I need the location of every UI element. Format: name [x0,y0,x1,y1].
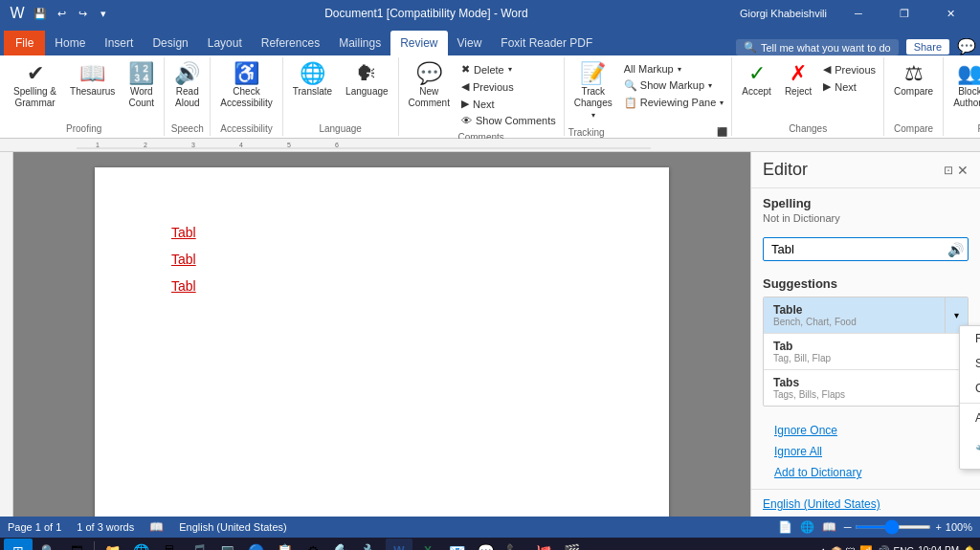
ctx-read-aloud[interactable]: Read Aloud [960,326,980,351]
editor-expand-icon[interactable]: ⊡ [944,164,953,177]
reviewing-pane-button[interactable]: 📋 Reviewing Pane▾ [620,95,728,111]
spelling-grammar-button[interactable]: ✔ Spelling &Grammar [8,59,62,113]
status-page[interactable]: Page 1 of 1 [8,521,61,533]
taskbar-media2[interactable]: 🎬 [558,539,585,550]
undo-qa-btn[interactable]: ↩ [52,4,71,23]
taskbar-calculator[interactable]: 🖩 [156,539,183,550]
restore-button[interactable]: ❐ [882,0,926,27]
spell-input[interactable] [771,242,941,256]
status-language[interactable]: English (United States) [179,521,287,533]
tab-home[interactable]: Home [45,31,95,55]
ctx-autocorrect-options[interactable]: 🔧 AutoCorrect Options... [960,430,980,469]
show-comments-button[interactable]: 👁 Show Comments [457,113,560,128]
taskbar-extra2[interactable]: 🔧 [357,539,384,550]
all-markup-button[interactable]: All Markup▾ [620,61,728,77]
ctx-change-all[interactable]: Change All [960,376,980,401]
suggestion-item-2[interactable]: Tabs Tags, Bills, Flaps [764,370,968,406]
speech-items: 🔊 ReadAloud [168,59,206,120]
zoom-percentage[interactable]: 100% [946,521,972,533]
status-words[interactable]: 1 of 3 words [77,521,134,533]
taskbar-extra1[interactable]: 🔩 [328,539,355,550]
lang-indicator[interactable]: ENG [894,546,915,551]
taskbar-explorer[interactable]: 📁 [99,539,125,550]
document-canvas[interactable]: Tabl Tabl Tabl [13,152,750,517]
taskbar-chrome[interactable]: 🔵 [242,539,269,550]
read-aloud-button[interactable]: 🔊 ReadAloud [168,59,206,113]
system-tray-up[interactable]: ∧ [820,546,827,550]
taskbar-settings[interactable]: ⚙ [300,539,326,550]
taskbar-outlook[interactable]: 📧 [443,539,470,550]
editor-close-icon[interactable]: ✕ [957,163,969,178]
previous-comment-button[interactable]: ◀ Previous [457,78,560,95]
reject-button[interactable]: ✗ Reject [779,59,817,101]
task-view-button[interactable]: 🗔 [63,539,90,550]
notification-btn[interactable]: 🔔 [963,545,976,551]
zoom-in-icon[interactable]: + [935,521,941,533]
ctx-spell-out[interactable]: Spell Out [960,351,980,376]
tab-mailings[interactable]: Mailings [329,31,390,55]
taskbar-git[interactable]: 🐙 [529,539,556,550]
new-comment-button[interactable]: 💬 NewComment [403,59,456,113]
accept-button[interactable]: ✓ Accept [736,59,777,101]
ctx-add-autocorrect[interactable]: Add to AutoCorrect [960,406,980,430]
tab-foxit[interactable]: Foxit Reader PDF [491,31,602,55]
cortana-button[interactable]: 🔍 [34,539,61,550]
view-web-icon[interactable]: 🌐 [800,520,814,534]
show-markup-button[interactable]: 🔍 Show Markup▾ [620,77,728,94]
delete-comment-button[interactable]: ✖ Delete▾ [457,61,560,77]
tab-view[interactable]: View [448,31,492,55]
ribbon-search[interactable]: 🔍 Tell me what you want to do [736,39,899,55]
minimize-button[interactable]: ─ [836,0,880,27]
share-button[interactable]: Share [906,39,949,55]
taskbar-excel[interactable]: X [414,539,441,550]
taskbar-computer[interactable]: 💻 [213,539,240,550]
audio-icon[interactable]: 🔊 [947,242,964,257]
taskbar-edge[interactable]: 🌐 [127,539,154,550]
zoom-control[interactable]: ─ + 100% [844,521,972,533]
previous-change-button[interactable]: ◀ Previous [819,61,880,77]
ignore-all-button[interactable]: Ignore All [763,441,834,462]
translate-button[interactable]: 🌐 Translate [287,59,338,101]
block-authors-button[interactable]: 👥 BlockAuthors [947,59,980,113]
taskbar-word[interactable]: W [386,539,412,550]
dropbox-icon[interactable]: 📦 [831,546,842,551]
ignore-once-button[interactable]: Ignore Once [763,420,849,441]
clock[interactable]: 10:04 PM [918,545,959,550]
tab-layout[interactable]: Layout [198,31,252,55]
check-accessibility-button[interactable]: ♿ CheckAccessibility [214,59,278,113]
track-changes-button[interactable]: 📝 TrackChanges ▾ [568,59,618,123]
taskbar-viber[interactable]: 📞 [501,539,527,550]
next-comment-button[interactable]: ▶ Next [457,96,560,112]
view-reader-icon[interactable]: 📖 [822,520,836,534]
thesaurus-button[interactable]: 📖 Thesaurus [64,59,121,101]
language-button[interactable]: 🗣 Language [340,59,394,101]
tab-review[interactable]: Review [390,31,447,55]
start-button[interactable]: ⊞ [4,539,33,550]
view-normal-icon[interactable]: 📄 [778,520,792,534]
next-change-button[interactable]: ▶ Next [819,78,880,95]
tab-file[interactable]: File [4,31,45,55]
more-qa-btn[interactable]: ▾ [94,4,113,23]
suggestion-item-0[interactable]: Table Bench, Chart, Food ▾ [764,297,968,333]
tracking-expand-icon[interactable]: ⬛ [717,127,727,137]
zoom-out-icon[interactable]: ─ [844,521,852,533]
redo-qa-btn[interactable]: ↪ [73,4,92,23]
zoom-slider[interactable] [855,525,931,529]
comments-icon[interactable]: 💬 [957,37,976,55]
tab-insert[interactable]: Insert [95,31,143,55]
tab-design[interactable]: Design [143,31,197,55]
suggestion-item-1[interactable]: Tab Tag, Bill, Flap [764,334,968,369]
add-to-dictionary-button[interactable]: Add to Dictionary [763,462,873,483]
save-qa-btn[interactable]: 💾 [31,4,50,23]
taskbar-notepad[interactable]: 📋 [271,539,298,550]
language-bar[interactable]: English (United States) [751,489,980,517]
network-icon[interactable]: 📶 [859,545,873,551]
tab-references[interactable]: References [252,31,329,55]
antivirus-icon[interactable]: 🛡 [846,546,856,551]
taskbar-media[interactable]: 🎵 [185,539,212,550]
volume-icon[interactable]: 🔊 [877,545,890,551]
taskbar-skype[interactable]: 💬 [472,539,499,550]
compare-button[interactable]: ⚖ Compare [888,59,939,101]
word-count-button[interactable]: 🔢 WordCount [122,59,160,113]
close-button[interactable]: ✕ [928,0,972,27]
